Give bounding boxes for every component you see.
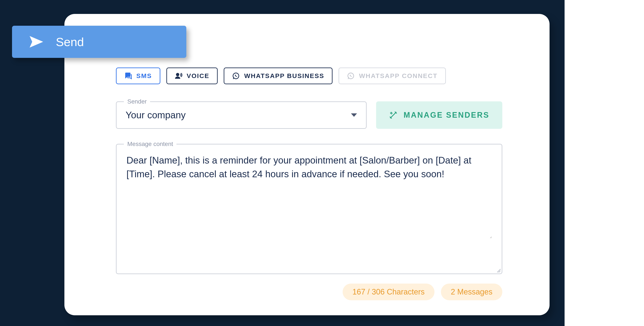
sender-row: Sender Your company MANAGE SENDERS — [116, 101, 502, 129]
channel-tabs: SMS VOICE WHATSAPP BUSINESS WHATSAPP CON… — [116, 67, 502, 84]
sender-select[interactable]: Sender Your company — [116, 101, 367, 129]
manage-senders-label: MANAGE SENDERS — [404, 111, 490, 120]
character-count-badge: 167 / 306 Characters — [342, 284, 434, 300]
message-content-field: Message content — [116, 144, 502, 274]
chevron-down-icon — [351, 113, 357, 117]
manage-senders-button[interactable]: MANAGE SENDERS — [376, 101, 502, 129]
tab-whatsapp-connect: WHATSAPP CONNECT — [338, 67, 446, 84]
tab-sms[interactable]: SMS — [116, 67, 160, 84]
sms-icon — [124, 72, 132, 80]
send-button-label: Send — [56, 35, 84, 49]
sender-legend: Sender — [124, 98, 150, 105]
tab-voice[interactable]: VOICE — [166, 67, 218, 84]
svg-point-0 — [176, 73, 179, 76]
compose-card: SMS VOICE WHATSAPP BUSINESS WHATSAPP CON… — [64, 14, 550, 315]
whatsapp-icon — [347, 72, 355, 80]
tab-whatsapp-business-label: WHATSAPP BUSINESS — [244, 72, 324, 80]
message-count-badge: 2 Messages — [441, 284, 502, 300]
tools-icon — [389, 111, 398, 119]
tab-voice-label: VOICE — [187, 72, 210, 80]
status-badges: 167 / 306 Characters 2 Messages — [116, 284, 502, 300]
whatsapp-icon — [232, 72, 240, 80]
message-textarea[interactable] — [126, 154, 492, 238]
send-icon — [28, 34, 44, 49]
send-button[interactable]: Send — [12, 26, 186, 58]
voice-icon — [175, 72, 182, 80]
tab-whatsapp-connect-label: WHATSAPP CONNECT — [359, 72, 438, 80]
message-legend: Message content — [124, 141, 176, 148]
tab-sms-label: SMS — [136, 72, 152, 80]
sender-value: Your company — [126, 110, 186, 121]
tab-whatsapp-business[interactable]: WHATSAPP BUSINESS — [224, 67, 332, 84]
resize-handle-icon — [495, 267, 500, 272]
